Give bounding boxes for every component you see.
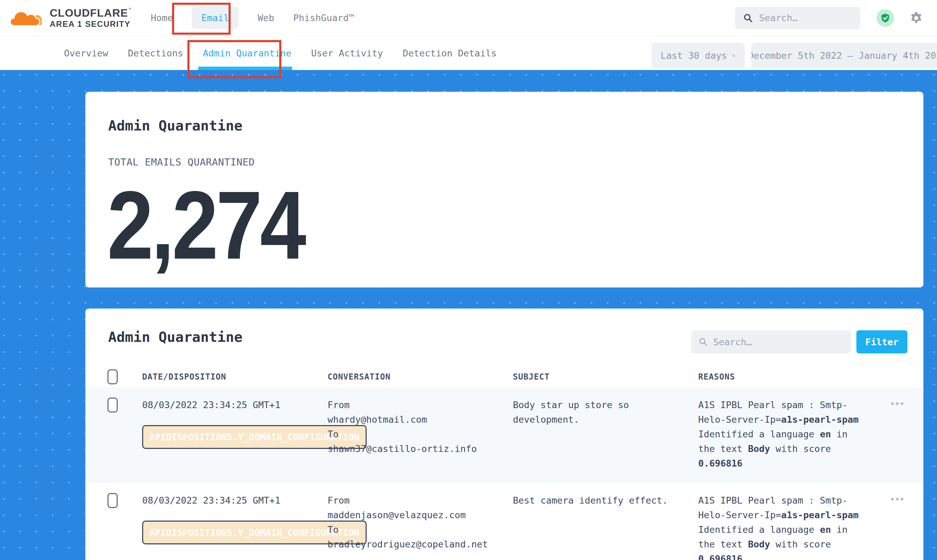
quarantine-card-title: Admin Quarantine bbox=[108, 329, 242, 345]
search-icon bbox=[699, 337, 708, 347]
stats-card: Admin Quarantine TOTAL EMAILS QUARANTINE… bbox=[85, 92, 923, 288]
quarantine-card: Admin Quarantine Filter DATE/DISPOSITION… bbox=[85, 309, 923, 560]
row-checkbox[interactable] bbox=[108, 493, 118, 508]
page: CLOUDFLARE’ AREA 1 SECURITY Home Email W… bbox=[0, 0, 937, 560]
table-search[interactable] bbox=[691, 330, 851, 354]
cloudflare-cloud-icon bbox=[9, 7, 45, 29]
quarantine-table: DATE/DISPOSITION CONVERSATION SUBJECT RE… bbox=[85, 366, 923, 560]
total-quarantined-value: 2,274 bbox=[107, 177, 304, 274]
total-quarantined-label: TOTAL EMAILS QUARANTINED bbox=[108, 156, 255, 168]
row-date: 08/03/2022 23:34:25 GMT+1 bbox=[142, 495, 280, 506]
top-nav-web[interactable]: Web bbox=[258, 12, 275, 23]
row-checkbox[interactable] bbox=[108, 398, 118, 412]
tab-overview[interactable]: Overview bbox=[64, 36, 108, 70]
table-search-input[interactable] bbox=[713, 337, 843, 347]
table-row[interactable]: 08/03/2022 23:34:25 GMT+1 From maddenjas… bbox=[85, 483, 923, 560]
tab-admin-quarantine[interactable]: Admin Quarantine bbox=[203, 36, 292, 70]
stats-card-title: Admin Quarantine bbox=[108, 118, 242, 134]
row-actions-menu[interactable] bbox=[891, 493, 907, 500]
period-label: Last 30 days bbox=[661, 50, 727, 61]
from-address: maddenjason@velazquez.com bbox=[327, 508, 508, 522]
col-header-subject: SUBJECT bbox=[513, 372, 698, 382]
to-address: bradleyrodriguez@copeland.net bbox=[327, 537, 508, 551]
filter-button[interactable]: Filter bbox=[857, 330, 908, 354]
shield-check-icon bbox=[880, 13, 891, 23]
brand-trademark: ’ bbox=[128, 7, 132, 14]
brand-subtitle: AREA 1 SECURITY bbox=[49, 20, 132, 28]
table-row[interactable]: 08/03/2022 23:34:25 GMT+1 From whardy@ho… bbox=[85, 388, 923, 483]
row-reasons: A1S IPBL Pearl spam : Smtp-Helo-Server-I… bbox=[698, 493, 891, 560]
top-nav-phishguard[interactable]: PhishGuard™ bbox=[293, 12, 354, 23]
global-search[interactable] bbox=[735, 7, 860, 29]
col-header-conversation: CONVERSATION bbox=[327, 372, 513, 382]
main-content: Admin Quarantine TOTAL EMAILS QUARANTINE… bbox=[0, 70, 937, 560]
period-selector[interactable]: Last 30 days ▾ bbox=[651, 43, 745, 68]
row-actions-menu[interactable] bbox=[891, 398, 907, 405]
brand-name: CLOUDFLARE bbox=[49, 7, 128, 19]
top-header: CLOUDFLARE’ AREA 1 SECURITY Home Email W… bbox=[0, 0, 937, 36]
chevron-down-icon: ▾ bbox=[732, 52, 736, 60]
to-label: To bbox=[327, 427, 508, 442]
col-header-date-disposition: DATE/DISPOSITION bbox=[142, 372, 327, 382]
table-header-row: DATE/DISPOSITION CONVERSATION SUBJECT RE… bbox=[85, 366, 923, 388]
date-range-display[interactable]: December 5th 2022 — January 4th 2023 bbox=[751, 43, 937, 68]
select-all-checkbox[interactable] bbox=[108, 369, 118, 384]
row-subject: Best camera identify effect. bbox=[513, 493, 698, 560]
tab-user-activity[interactable]: User Activity bbox=[311, 36, 383, 70]
to-address: shawn37@castillo-ortiz.info bbox=[327, 442, 508, 456]
search-icon bbox=[743, 12, 753, 24]
top-nav: Home Email Web PhishGuard™ bbox=[151, 7, 354, 29]
row-subject: Body star up store so development. bbox=[513, 398, 698, 471]
gear-icon bbox=[909, 11, 923, 25]
row-reasons: A1S IPBL Pearl spam : Smtp-Helo-Server-I… bbox=[698, 398, 891, 471]
col-header-reasons: REASONS bbox=[698, 372, 891, 382]
date-range-text: December 5th 2022 — January 4th 2023 bbox=[751, 50, 937, 61]
from-label: From bbox=[327, 398, 508, 412]
tab-detections[interactable]: Detections bbox=[128, 36, 183, 70]
email-sub-nav: Overview Detections Admin Quarantine Use… bbox=[0, 36, 937, 70]
cloudflare-area1-logo[interactable]: CLOUDFLARE’ AREA 1 SECURITY bbox=[9, 7, 132, 29]
from-address: whardy@hotmail.com bbox=[327, 412, 508, 427]
top-nav-email[interactable]: Email bbox=[192, 7, 238, 29]
quarantine-table-body: 08/03/2022 23:34:25 GMT+1 From whardy@ho… bbox=[85, 388, 923, 560]
to-label: To bbox=[327, 522, 508, 537]
account-status-badge[interactable] bbox=[877, 9, 894, 27]
tab-detection-details[interactable]: Detection Details bbox=[403, 36, 497, 70]
from-label: From bbox=[327, 493, 508, 508]
settings-button[interactable] bbox=[909, 11, 923, 25]
row-date: 08/03/2022 23:34:25 GMT+1 bbox=[142, 400, 280, 410]
top-nav-home[interactable]: Home bbox=[151, 12, 173, 23]
global-search-input[interactable] bbox=[759, 12, 852, 23]
